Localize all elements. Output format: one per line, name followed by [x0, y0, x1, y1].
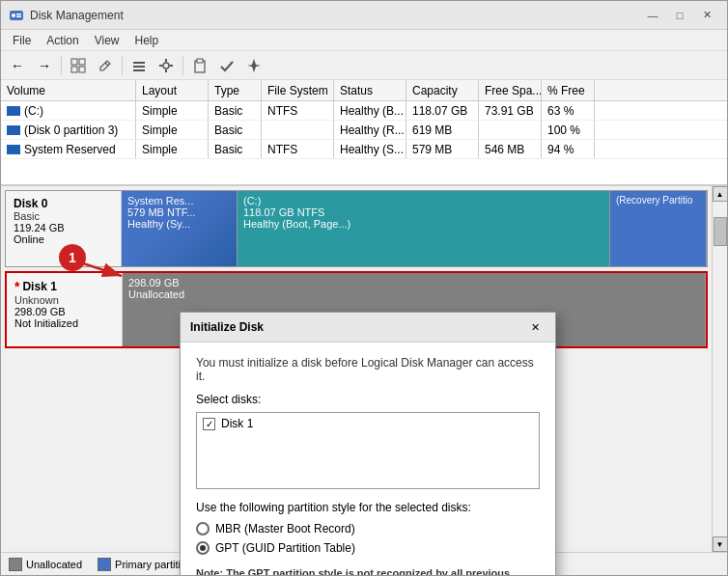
menu-action[interactable]: Action	[39, 32, 86, 49]
menu-help[interactable]: Help	[127, 32, 167, 49]
gpt-radio[interactable]	[196, 541, 210, 555]
row1-status: Healthy (B...	[334, 101, 406, 120]
row1-pct: 63 %	[542, 101, 595, 120]
radio-mbr[interactable]: MBR (Master Boot Record)	[196, 522, 540, 535]
disk-0-size: 119.24 GB	[14, 222, 113, 233]
svg-rect-15	[165, 69, 167, 72]
dialog-title-bar: Initialize Disk ✕	[181, 313, 555, 343]
col-header-volume: Volume	[1, 80, 136, 100]
disk-list: ✓ Disk 1	[196, 412, 540, 489]
radio-gpt[interactable]: GPT (GUID Partition Table)	[196, 541, 540, 555]
disk-1-checkbox[interactable]: ✓	[203, 418, 215, 430]
toolbar-btn-check[interactable]	[214, 54, 239, 77]
svg-rect-6	[71, 67, 77, 72]
svg-rect-3	[16, 15, 21, 17]
mbr-radio[interactable]	[196, 522, 210, 535]
toolbar-btn-minus[interactable]	[126, 54, 152, 77]
disk-list-item-0[interactable]: ✓ Disk 1	[203, 417, 533, 430]
svg-rect-12	[133, 69, 145, 71]
svg-rect-7	[79, 67, 85, 72]
disk-0-content: System Res... 579 MB NTF... Healthy (Sy.…	[122, 191, 707, 266]
svg-point-13	[163, 63, 169, 69]
row2-free	[479, 121, 542, 139]
row1-type: Basic	[209, 101, 262, 120]
dialog-title-text: Initialize Disk	[190, 320, 264, 334]
title-bar-left: Disk Management	[9, 8, 124, 23]
toolbar-separator-1	[61, 56, 62, 75]
row3-type: Basic	[209, 140, 262, 158]
forward-button[interactable]: →	[32, 54, 57, 77]
row3-layout: Simple	[136, 140, 209, 158]
main-window: Disk Management — □ ✕ File Action View H…	[0, 0, 728, 576]
menu-bar: File Action View Help	[1, 30, 727, 51]
svg-rect-14	[165, 59, 167, 62]
disk-0-name: Disk 0	[14, 197, 113, 210]
part-c-label: (C:)	[243, 195, 603, 206]
row2-pct: 100 %	[542, 121, 595, 139]
row1-free: 73.91 GB	[479, 101, 542, 120]
note-text: The GPT partition style is not recognize…	[196, 567, 510, 575]
row3-status: Healthy (S...	[334, 140, 406, 158]
disk-0-part-1[interactable]: (C:) 118.07 GB NTFS Healthy (Boot, Page.…	[238, 191, 610, 266]
title-bar: Disk Management — □ ✕	[1, 1, 727, 30]
legend-unallocated: Unallocated	[9, 558, 82, 571]
back-button[interactable]: ←	[5, 54, 30, 77]
disk-icon	[9, 8, 24, 23]
disk-1-status: Not Initialized	[14, 317, 114, 329]
part-c-status: Healthy (Boot, Page...)	[243, 218, 603, 230]
svg-rect-11	[133, 66, 145, 68]
svg-rect-2	[16, 14, 21, 15]
note-bold: Note:	[196, 567, 226, 575]
row1-layout: Simple	[136, 101, 209, 120]
scroll-down-button[interactable]: ▼	[713, 536, 728, 552]
disk-1-size: 298.09 GB	[14, 306, 114, 317]
dialog-body: You must initialize a disk before Logica…	[181, 343, 555, 575]
toolbar-btn-grid[interactable]	[66, 54, 91, 77]
toolbar-btn-clipboard[interactable]	[187, 54, 212, 77]
legend-box-primary	[98, 558, 111, 571]
gpt-label: GPT (GUID Partition Table)	[215, 541, 355, 555]
menu-view[interactable]: View	[87, 32, 127, 49]
disk-0-type: Basic	[14, 210, 113, 222]
row3-volume: System Reserved	[1, 140, 136, 158]
part-c-size: 118.07 GB NTFS	[243, 206, 603, 218]
toolbar-btn-pin[interactable]	[241, 54, 266, 77]
part-status: Healthy (Sy...	[127, 218, 231, 230]
row3-fs: NTFS	[262, 140, 334, 158]
disk-0-part-2[interactable]: (Recovery Partitio	[610, 191, 707, 266]
row2-fs	[262, 121, 334, 139]
scrollbar-vertical[interactable]: ▲ ▼	[712, 186, 727, 552]
maximize-button[interactable]: □	[667, 6, 692, 25]
dialog-close-button[interactable]: ✕	[524, 318, 546, 336]
col-header-type: Type	[209, 80, 262, 100]
toolbar: ← →	[1, 51, 727, 80]
table-row[interactable]: (C:) Simple Basic NTFS Healthy (B... 118…	[1, 101, 727, 121]
table-row[interactable]: System Reserved Simple Basic NTFS Health…	[1, 140, 727, 159]
part-detail: 579 MB NTF...	[127, 206, 231, 218]
toolbar-btn-edit[interactable]	[93, 54, 118, 77]
svg-line-9	[105, 63, 108, 66]
scroll-thumb[interactable]	[714, 217, 727, 246]
mbr-label: MBR (Master Boot Record)	[215, 522, 355, 535]
row1-icon	[7, 106, 20, 116]
legend-primary: Primary partition	[98, 558, 192, 571]
row1-volume: (C:)	[1, 101, 136, 120]
dialog-description: You must initialize a disk before Logica…	[196, 356, 540, 383]
row3-cap: 579 MB	[406, 140, 479, 158]
row1-cap: 118.07 GB	[406, 101, 479, 120]
svg-line-22	[83, 263, 122, 276]
menu-file[interactable]: File	[5, 32, 39, 49]
row2-volume: (Disk 0 partition 3)	[1, 121, 136, 139]
table-row[interactable]: (Disk 0 partition 3) Simple Basic Health…	[1, 121, 727, 140]
part-rec-label: (Recovery Partitio	[616, 195, 700, 206]
close-button[interactable]: ✕	[694, 6, 719, 25]
toolbar-btn-settings[interactable]	[154, 54, 179, 77]
disk-1-name: Disk 1	[22, 280, 56, 293]
svg-rect-16	[159, 65, 162, 67]
minimize-button[interactable]: —	[640, 6, 665, 25]
table-area: Volume Layout Type File System Status Ca…	[1, 80, 727, 186]
legend-label-unallocated: Unallocated	[26, 559, 82, 570]
scroll-up-button[interactable]: ▲	[713, 186, 728, 202]
initialize-disk-dialog: Initialize Disk ✕ You must initialize a …	[180, 312, 556, 575]
title-bar-controls: — □ ✕	[640, 6, 719, 25]
